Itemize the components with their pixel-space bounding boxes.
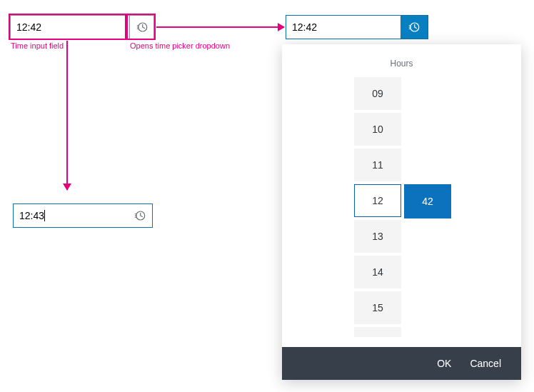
ok-button[interactable]: OK	[437, 358, 451, 369]
hour-option[interactable]: 10	[354, 113, 401, 146]
clock-icon	[408, 21, 420, 34]
arrow-to-focused	[66, 41, 68, 190]
time-picker-button[interactable]	[128, 204, 152, 227]
hours-column[interactable]: 09 10 11 12 13 14 15	[354, 77, 401, 337]
minutes-column[interactable]: 42	[404, 184, 451, 218]
time-value: 12:42	[292, 21, 317, 33]
clock-icon	[134, 209, 146, 222]
arrow-to-dropdown	[156, 26, 284, 28]
hour-option[interactable]: 11	[354, 149, 401, 181]
hour-option[interactable]: 14	[354, 256, 401, 288]
annotation-box-field	[9, 14, 126, 40]
cancel-button[interactable]: Cancel	[470, 358, 501, 369]
hour-option[interactable]: 13	[354, 220, 401, 253]
hour-option-selected[interactable]: 12	[354, 184, 401, 217]
hour-option[interactable]: 15	[354, 291, 401, 324]
time-picker-button-active[interactable]	[400, 16, 428, 39]
annotation-box-icon	[126, 14, 156, 40]
annotation-caption-field: Time input field	[11, 41, 64, 50]
text-caret	[44, 210, 45, 221]
minute-selected[interactable]: 42	[404, 184, 451, 218]
dropdown-footer: OK Cancel	[282, 347, 521, 380]
time-input-focused: 12:43	[13, 203, 153, 228]
time-value: 12:43	[19, 210, 44, 221]
time-picker-dropdown: Hours 09 10 11 12 13 14 15 42 OK Cancel	[282, 44, 521, 380]
time-field-active[interactable]: 12:42	[286, 16, 400, 39]
time-field-focused[interactable]: 12:43	[14, 204, 128, 227]
hour-option[interactable]: 09	[354, 77, 401, 110]
dropdown-body: Hours 09 10 11 12 13 14 15 42	[282, 44, 521, 347]
annotation-caption-icon: Opens time picker dropdown	[130, 41, 230, 50]
dropdown-header: Hours	[282, 59, 521, 69]
hour-option-partial[interactable]	[354, 327, 401, 337]
time-input-active: 12:42	[286, 15, 428, 39]
